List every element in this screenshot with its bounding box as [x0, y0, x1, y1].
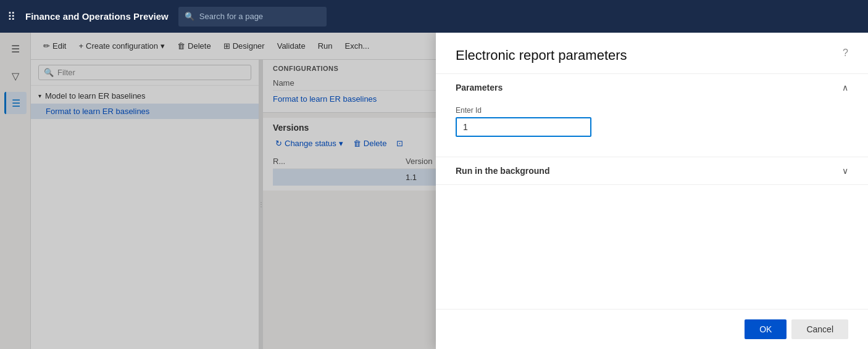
- modal-header: Electronic report parameters ?: [436, 33, 868, 74]
- background-section-header[interactable]: Run in the background ∨: [436, 157, 868, 184]
- help-icon[interactable]: ?: [843, 47, 848, 59]
- search-icon: 🔍: [185, 12, 194, 21]
- modal-body: Parameters ∧ Enter Id Run in the backgro…: [436, 74, 868, 309]
- search-bar[interactable]: 🔍 Search for a page: [178, 7, 327, 27]
- ok-button[interactable]: OK: [745, 319, 787, 339]
- modal-section-background: Run in the background ∨: [436, 157, 868, 185]
- modal-section-parameters: Parameters ∧ Enter Id: [436, 74, 868, 157]
- content-area: ☰ ▽ ☰ ✏ Edit + Create configuration ▾ 🗑 …: [0, 33, 868, 349]
- modal-overlay: Electronic report parameters ? Parameter…: [0, 33, 868, 349]
- parameters-section-header[interactable]: Parameters ∧: [436, 74, 868, 101]
- parameters-section-content: Enter Id: [436, 101, 868, 157]
- enter-id-input[interactable]: [456, 117, 591, 137]
- grid-icon[interactable]: ⠿: [7, 10, 15, 23]
- app-title: Finance and Operations Preview: [25, 11, 169, 22]
- cancel-button[interactable]: Cancel: [791, 319, 848, 339]
- parameters-section-title: Parameters: [456, 83, 503, 92]
- background-section-title: Run in the background: [456, 166, 549, 176]
- modal-panel: Electronic report parameters ? Parameter…: [436, 33, 868, 349]
- modal-title: Electronic report parameters: [456, 47, 627, 64]
- modal-footer: OK Cancel: [436, 309, 868, 349]
- enter-id-label: Enter Id: [456, 106, 848, 115]
- top-bar: ⠿ Finance and Operations Preview 🔍 Searc…: [0, 0, 868, 33]
- background-chevron-down-icon: ∨: [842, 166, 848, 176]
- parameters-chevron-up-icon: ∧: [842, 83, 848, 92]
- search-placeholder: Search for a page: [199, 12, 263, 21]
- enter-id-field: Enter Id: [456, 106, 848, 137]
